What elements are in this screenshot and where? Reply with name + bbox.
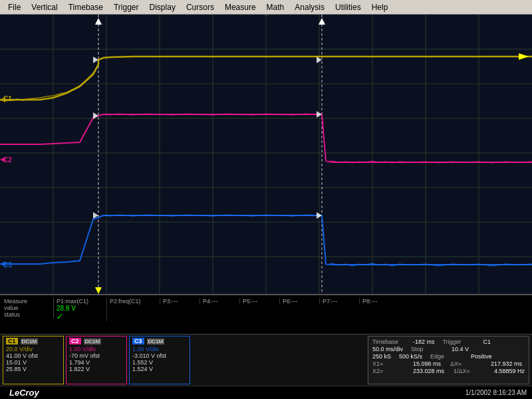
menu-file[interactable]: File — [3, 1, 26, 13]
p1-status: ✓ — [57, 312, 104, 321]
measure-value-label: value — [4, 305, 49, 311]
stop-value: 10.4 V — [452, 346, 469, 352]
hor-value: 50.0 ms/div — [372, 346, 403, 352]
x2-row: X2= 233.028 ms 1/ΔX= 4.58859 Hz — [372, 368, 525, 374]
waveform-canvas: C1 C2 C3 — [0, 15, 532, 294]
menu-cursors[interactable]: Cursors — [181, 1, 219, 13]
c3-v1: 1.552 V — [132, 359, 187, 366]
inv-dx-value: 4.58859 Hz — [494, 368, 525, 374]
c1-v2: 25.85 V — [6, 366, 61, 372]
datetime-label: 1/1/2002 8:16:23 AM — [466, 389, 527, 396]
c1-badge: C1 — [6, 338, 18, 344]
menu-bar: File Vertical Timebase Trigger Display C… — [0, 0, 532, 15]
timebase-value: -182 ms — [413, 338, 435, 345]
stop-label: Stop — [411, 346, 448, 352]
c3-coupling: DC1M — [147, 338, 165, 344]
c2-badge: C2 — [69, 338, 81, 344]
c3-vdiv: 1.00 V/div — [132, 346, 187, 352]
p7-label: P7:--- — [323, 298, 356, 305]
brand-label: LeCroy — [5, 386, 43, 399]
c2-v1: 1.794 V — [69, 359, 124, 366]
p1-label: P1:max(C1) — [57, 298, 104, 305]
samples-row: 250 kS 500 kS/s Edge Positive — [372, 353, 525, 360]
timebase-label: Timebase — [372, 338, 409, 345]
dx-value: 217.932 ms — [491, 360, 522, 367]
trigger-label: Trigger — [442, 338, 479, 345]
rate-value: 500 kS/s — [399, 353, 422, 360]
p4-label: P4:--- — [203, 298, 237, 305]
menu-utilities[interactable]: Utilities — [330, 1, 366, 13]
menu-vertical[interactable]: Vertical — [26, 1, 63, 13]
p3-label: P3:--- — [163, 298, 197, 305]
edge-label: Edge — [430, 353, 467, 360]
p8-label: P8:--- — [362, 298, 397, 305]
c1-info-box: C1 DC1M 20.0 V/div 41.00 V ofst 15.01 V … — [3, 336, 64, 384]
c1-vdiv: 20.0 V/div — [6, 346, 61, 352]
menu-trigger[interactable]: Trigger — [108, 1, 144, 13]
c3-offset: -3.010 V ofst — [132, 352, 187, 359]
slope-value: Positive — [471, 353, 492, 360]
trigger-value: C1 — [483, 338, 491, 345]
p6-label: P6:--- — [283, 298, 317, 305]
c1-v1: 15.01 V — [6, 359, 61, 366]
channel-info-bar: C1 DC1M 20.0 V/div 41.00 V ofst 15.01 V … — [0, 334, 532, 386]
measure-status-bar: Measure value status P1:max(C1) 28.8 V ✓… — [0, 294, 532, 334]
c2-offset: -70 mV ofst — [69, 352, 124, 359]
p5-label: P5:--- — [243, 298, 277, 305]
inv-dx-label: 1/ΔX= — [454, 368, 490, 374]
c1-offset: 41.00 V ofst — [6, 352, 61, 359]
x2-label: X2= — [372, 368, 409, 374]
menu-help[interactable]: Help — [366, 1, 394, 13]
c2-v2: 1.822 V — [69, 366, 124, 372]
menu-measure[interactable]: Measure — [219, 1, 261, 13]
p1-value: 28.8 V — [57, 305, 104, 312]
oscilloscope-display: C1 C2 C3 — [0, 15, 532, 294]
right-info-panel: Timebase -182 ms Trigger C1 50.0 ms/div … — [368, 336, 529, 384]
x1-value: 15.096 ms — [413, 360, 441, 367]
menu-timebase[interactable]: Timebase — [63, 1, 108, 13]
samples-value: 250 kS — [372, 353, 391, 360]
p2-label: P2:freq(C1) — [110, 298, 157, 305]
c3-v2: 1.524 V — [132, 366, 187, 372]
dx-label: ΔX= — [450, 360, 487, 367]
info-spacer — [192, 336, 366, 384]
timebase-row: Timebase -182 ms Trigger C1 — [372, 338, 525, 345]
c2-info-box: C2 DC1M 1.00 V/div -70 mV ofst 1.794 V 1… — [66, 336, 127, 384]
c2-coupling: DC1M — [84, 338, 102, 344]
x1-row: X1= 15.096 ms ΔX= 217.932 ms — [372, 360, 525, 367]
c3-info-box: C3 DC1M 1.00 V/div -3.010 V ofst 1.552 V… — [129, 336, 190, 384]
x1-label: X1= — [372, 360, 409, 367]
hor-row: 50.0 ms/div Stop 10.4 V — [372, 346, 525, 352]
menu-analysis[interactable]: Analysis — [289, 1, 330, 13]
c1-coupling: DC1M — [21, 338, 39, 344]
menu-math[interactable]: Math — [261, 1, 290, 13]
measure-title-label: Measure — [4, 298, 49, 305]
measure-status-label: status — [4, 311, 49, 318]
c3-badge: C3 — [132, 338, 144, 344]
x2-value: 233.028 ms — [413, 368, 444, 374]
c2-vdiv: 1.00 V/div — [69, 346, 124, 352]
menu-display[interactable]: Display — [144, 1, 181, 13]
